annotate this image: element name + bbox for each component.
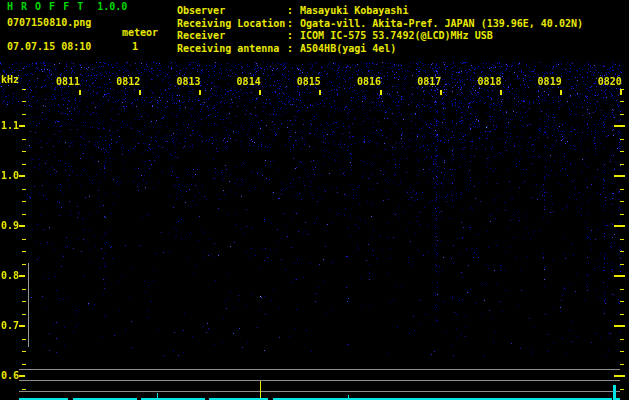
level-spike bbox=[613, 385, 616, 400]
minute-tick bbox=[620, 90, 622, 95]
x-tick-label: 0820 bbox=[598, 77, 622, 87]
minute-tick bbox=[79, 90, 81, 95]
y-minor-tick-left bbox=[22, 301, 26, 302]
x-tick-label: 0814 bbox=[237, 77, 261, 87]
mode-label: meteor bbox=[122, 28, 158, 38]
level-gridline bbox=[19, 380, 620, 381]
minute-tick bbox=[440, 90, 442, 95]
x-tick-label: 0817 bbox=[417, 77, 441, 87]
minute-tick bbox=[259, 90, 261, 95]
minute-tick bbox=[139, 90, 141, 95]
app-title: H R O F F T bbox=[7, 1, 84, 12]
y-minor-tick-left bbox=[22, 389, 26, 390]
y-minor-tick-right bbox=[620, 301, 624, 302]
x-tick-label: 0816 bbox=[357, 77, 381, 87]
x-tick-label: 0815 bbox=[297, 77, 321, 87]
echo-count: 1 bbox=[132, 42, 138, 52]
output-filename: 0707150810.png bbox=[7, 18, 91, 28]
y-tick-label: 0.9 bbox=[0, 221, 19, 231]
y-minor-tick-right bbox=[620, 351, 624, 352]
y-minor-tick-right bbox=[620, 264, 624, 265]
y-minor-tick-left bbox=[22, 189, 26, 190]
y-major-tick-left bbox=[19, 225, 25, 227]
y-major-tick-right bbox=[614, 175, 625, 177]
level-gridline bbox=[19, 369, 620, 370]
y-minor-tick-right bbox=[620, 89, 624, 90]
y-minor-tick-right bbox=[620, 339, 624, 340]
y-minor-tick-left bbox=[22, 364, 26, 365]
spectrogram-canvas bbox=[0, 62, 629, 358]
y-minor-tick-right bbox=[620, 189, 624, 190]
y-tick-label: 1.1 bbox=[0, 121, 19, 131]
y-minor-tick-right bbox=[620, 214, 624, 215]
y-minor-tick-right bbox=[620, 251, 624, 252]
y-major-tick-right bbox=[614, 275, 625, 277]
y-minor-tick-right bbox=[620, 239, 624, 240]
x-tick-label: 0818 bbox=[477, 77, 501, 87]
y-minor-tick-right bbox=[620, 151, 624, 152]
y-axis-unit-label: kHz bbox=[1, 75, 19, 85]
info-colon: : bbox=[287, 44, 293, 54]
y-minor-tick-left bbox=[22, 251, 26, 252]
info-label: Receiver bbox=[177, 31, 287, 41]
info-value: A504HB(yagi 4el) bbox=[300, 44, 396, 54]
info-row-location: Receiving Location:Ogata-vill. Akita-Pre… bbox=[177, 19, 583, 29]
y-tick-label: 1.0 bbox=[0, 171, 19, 181]
info-label: Observer bbox=[177, 6, 287, 16]
y-minor-tick-right bbox=[620, 314, 624, 315]
app-title-row: H R O F F T1.0.0 bbox=[7, 2, 127, 12]
y-minor-tick-right bbox=[620, 101, 624, 102]
info-colon: : bbox=[287, 6, 293, 16]
y-minor-tick-left bbox=[22, 314, 26, 315]
minute-tick bbox=[380, 90, 382, 95]
y-minor-tick-left bbox=[22, 101, 26, 102]
info-colon: : bbox=[287, 19, 293, 29]
timestamp: 07.07.15 08:10 bbox=[7, 42, 91, 52]
y-minor-tick-right bbox=[620, 114, 624, 115]
x-tick-label: 0819 bbox=[538, 77, 562, 87]
y-minor-tick-left bbox=[22, 151, 26, 152]
y-tick-label: 0.8 bbox=[0, 271, 19, 281]
minute-tick bbox=[500, 90, 502, 95]
y-major-tick-left bbox=[19, 325, 25, 327]
level-spike bbox=[157, 393, 158, 400]
info-row-observer: Observer:Masayuki Kobayashi bbox=[177, 6, 408, 16]
hrofft-window: H R O F F T1.0.0 0707150810.png meteor 0… bbox=[0, 0, 629, 400]
y-minor-tick-left bbox=[22, 114, 26, 115]
x-tick-label: 0813 bbox=[176, 77, 200, 87]
x-tick-label: 0812 bbox=[116, 77, 140, 87]
info-value: Masayuki Kobayashi bbox=[300, 6, 408, 16]
info-value: ICOM IC-575 53.7492(@LCD)MHz USB bbox=[300, 31, 493, 41]
y-major-tick-left bbox=[19, 175, 25, 177]
y-tick-label: 0.7 bbox=[0, 321, 19, 331]
y-minor-tick-left bbox=[22, 89, 26, 90]
y-minor-tick-left bbox=[22, 201, 26, 202]
level-gridline bbox=[19, 391, 620, 392]
info-label: Receiving antenna bbox=[177, 44, 287, 54]
y-minor-tick-left bbox=[22, 164, 26, 165]
y-minor-tick-right bbox=[620, 201, 624, 202]
plot-edge-artifact bbox=[28, 263, 29, 347]
level-spike bbox=[260, 381, 261, 398]
y-minor-tick-left bbox=[22, 214, 26, 215]
y-major-tick-left bbox=[19, 275, 25, 277]
y-tick-label: 0.6 bbox=[0, 371, 19, 381]
minute-tick bbox=[319, 90, 321, 95]
y-minor-tick-right bbox=[620, 289, 624, 290]
x-tick-label: 0811 bbox=[56, 77, 80, 87]
y-minor-tick-right bbox=[620, 389, 624, 390]
info-label: Receiving Location bbox=[177, 19, 287, 29]
app-version: 1.0.0 bbox=[97, 1, 127, 12]
y-minor-tick-left bbox=[22, 239, 26, 240]
y-major-tick-left bbox=[19, 375, 25, 377]
y-minor-tick-left bbox=[22, 339, 26, 340]
minute-tick bbox=[560, 90, 562, 95]
y-major-tick-right bbox=[614, 375, 625, 377]
y-minor-tick-right bbox=[620, 364, 624, 365]
info-value: Ogata-vill. Akita-Pref. JAPAN (139.96E, … bbox=[300, 19, 583, 29]
y-minor-tick-left bbox=[22, 264, 26, 265]
level-spike bbox=[348, 395, 349, 400]
y-major-tick-left bbox=[19, 125, 25, 127]
minute-tick bbox=[199, 90, 201, 95]
y-minor-tick-left bbox=[22, 289, 26, 290]
